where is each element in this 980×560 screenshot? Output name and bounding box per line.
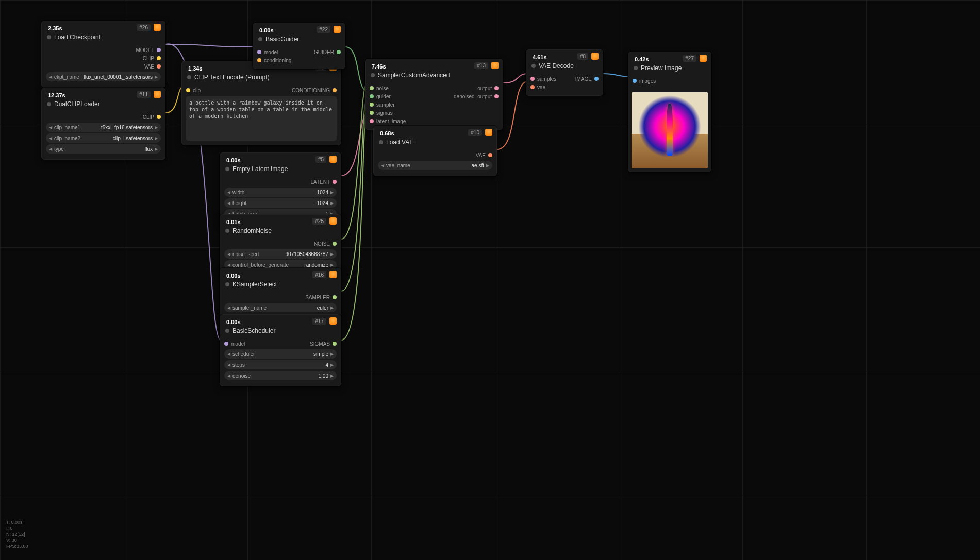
node-badge: #11 xyxy=(137,91,151,98)
collapse-dot-icon[interactable] xyxy=(531,64,536,68)
widget-steps[interactable]: ◀steps4▶ xyxy=(224,360,337,369)
input-port[interactable] xyxy=(224,342,228,346)
brand-icon xyxy=(329,156,337,163)
brand-icon xyxy=(329,317,337,325)
node-clip-text-encode[interactable]: #6 1.34s CLIP Text Encode (Prompt) clip … xyxy=(181,61,341,145)
brand-icon xyxy=(334,26,341,33)
node-title: DualCLIPLoader xyxy=(54,100,100,108)
output-port[interactable] xyxy=(494,86,499,90)
node-badge: #5 xyxy=(315,156,326,163)
node-random-noise[interactable]: #25 0.01s RandomNoise NOISE ◀noise_seed9… xyxy=(220,214,341,276)
widget-sampler-name[interactable]: ◀sampler_nameeuler▶ xyxy=(224,303,337,312)
collapse-dot-icon[interactable] xyxy=(379,140,383,144)
node-badge: #16 xyxy=(312,271,326,278)
node-badge: #13 xyxy=(474,62,488,69)
node-badge: #26 xyxy=(137,24,151,31)
node-ksampler-select[interactable]: #16 0.00s KSamplerSelect SAMPLER ◀sample… xyxy=(220,268,341,318)
output-label: CONDITIONING xyxy=(292,88,330,93)
node-empty-latent[interactable]: #5 0.00s Empty Latent Image LATENT ◀widt… xyxy=(220,152,341,225)
output-port[interactable] xyxy=(333,180,337,184)
node-badge: #22 xyxy=(317,26,330,33)
output-label: MODEL xyxy=(136,47,154,53)
output-port[interactable] xyxy=(333,342,337,346)
collapse-dot-icon[interactable] xyxy=(187,75,191,79)
output-port[interactable] xyxy=(333,295,337,299)
output-port[interactable] xyxy=(157,64,161,69)
input-port[interactable] xyxy=(257,58,261,62)
collapse-dot-icon[interactable] xyxy=(47,35,51,39)
brand-icon xyxy=(485,129,492,136)
debug-overlay: T: 0.00s I: 0 N: 12[12] V: 30 FPS:33.00 xyxy=(6,520,28,550)
brand-icon xyxy=(591,53,599,60)
node-dual-clip-loader[interactable]: #11 12.37s DualCLIPLoader CLIP ◀clip_nam… xyxy=(41,88,165,160)
node-preview-image[interactable]: #27 0.42s Preview Image images xyxy=(628,52,711,172)
input-port[interactable] xyxy=(370,86,374,90)
input-port[interactable] xyxy=(530,77,535,81)
brand-icon xyxy=(491,62,499,69)
node-load-checkpoint[interactable]: #26 2.35s Load Checkpoint MODEL CLIP VAE… xyxy=(41,21,165,88)
widget-width[interactable]: ◀width1024▶ xyxy=(224,188,337,197)
widget-vae-name[interactable]: ◀vae_nameae.sft▶ xyxy=(378,161,492,170)
node-load-vae[interactable]: #10 0.68s Load VAE VAE ◀vae_nameae.sft▶ xyxy=(373,126,497,176)
widget-denoise[interactable]: ◀denoise1.00▶ xyxy=(224,371,337,380)
brand-icon xyxy=(154,91,161,98)
output-port[interactable] xyxy=(488,153,492,157)
decrement-icon[interactable]: ◀ xyxy=(49,75,52,79)
output-port[interactable] xyxy=(333,242,337,246)
output-port[interactable] xyxy=(333,88,337,92)
preview-thumbnail[interactable] xyxy=(632,92,708,168)
node-badge: #10 xyxy=(468,129,482,136)
collapse-dot-icon[interactable] xyxy=(225,229,229,233)
input-port[interactable] xyxy=(370,103,374,107)
node-sampler-custom-advanced[interactable]: #13 7.46s SamplerCustomAdvanced noiseout… xyxy=(365,59,503,130)
output-port[interactable] xyxy=(494,94,499,98)
brand-icon xyxy=(154,24,161,31)
node-badge: #8 xyxy=(577,53,588,60)
output-port[interactable] xyxy=(594,77,599,81)
output-port[interactable] xyxy=(157,115,161,119)
input-port[interactable] xyxy=(370,119,374,123)
collapse-dot-icon[interactable] xyxy=(258,37,262,41)
output-port[interactable] xyxy=(157,48,161,52)
node-title: BasicGuider xyxy=(265,36,299,43)
collapse-dot-icon[interactable] xyxy=(225,329,229,333)
output-label: CLIP xyxy=(143,56,154,61)
widget-seed[interactable]: ◀noise_seed907105043668787▶ xyxy=(224,249,337,259)
node-badge: #17 xyxy=(312,318,326,325)
input-label: clip xyxy=(193,88,201,93)
widget-clip-name2[interactable]: ◀clip_name2clip_l.safetensors▶ xyxy=(46,133,161,143)
prompt-textarea[interactable]: a bottle with a rainbow galaxy inside it… xyxy=(186,96,337,141)
output-label: CLIP xyxy=(143,114,154,120)
output-label: VAE xyxy=(144,64,154,70)
input-port[interactable] xyxy=(370,111,374,115)
input-port[interactable] xyxy=(257,50,261,54)
collapse-dot-icon[interactable] xyxy=(371,73,375,77)
node-title: Load Checkpoint xyxy=(54,33,101,41)
output-port[interactable] xyxy=(337,50,341,54)
collapse-dot-icon[interactable] xyxy=(225,167,229,171)
widget-height[interactable]: ◀height1024▶ xyxy=(224,198,337,208)
input-port[interactable] xyxy=(633,79,637,83)
brand-icon xyxy=(329,217,337,225)
collapse-dot-icon[interactable] xyxy=(634,66,638,70)
brand-icon xyxy=(329,271,337,278)
node-canvas[interactable]: #26 2.35s Load Checkpoint MODEL CLIP VAE… xyxy=(0,0,980,560)
widget-scheduler[interactable]: ◀schedulersimple▶ xyxy=(224,349,337,359)
widget-ckpt-name[interactable]: ◀ckpt_nameflux_unet_00001_.safetensors▶ xyxy=(46,72,161,81)
node-basic-scheduler[interactable]: #17 0.00s BasicScheduler model SIGMAS ◀s… xyxy=(220,314,341,386)
increment-icon[interactable]: ▶ xyxy=(155,75,158,79)
node-title: Empty Latent Image xyxy=(232,165,288,173)
node-basic-guider[interactable]: #22 0.00s BasicGuider model GUIDER condi… xyxy=(253,23,345,69)
input-port[interactable] xyxy=(186,88,190,92)
output-port[interactable] xyxy=(157,56,161,60)
collapse-dot-icon[interactable] xyxy=(47,102,51,106)
node-badge: #27 xyxy=(683,55,696,62)
brand-icon xyxy=(700,55,707,62)
widget-clip-name1[interactable]: ◀clip_name1t5xxl_fp16.safetensors▶ xyxy=(46,123,161,132)
node-badge: #25 xyxy=(312,218,326,225)
collapse-dot-icon[interactable] xyxy=(225,282,229,286)
widget-type[interactable]: ◀typeflux▶ xyxy=(46,144,161,154)
input-port[interactable] xyxy=(370,94,374,98)
input-port[interactable] xyxy=(530,85,535,89)
node-vae-decode[interactable]: #8 4.61s VAE Decode samplesIMAGE vae xyxy=(526,49,603,96)
